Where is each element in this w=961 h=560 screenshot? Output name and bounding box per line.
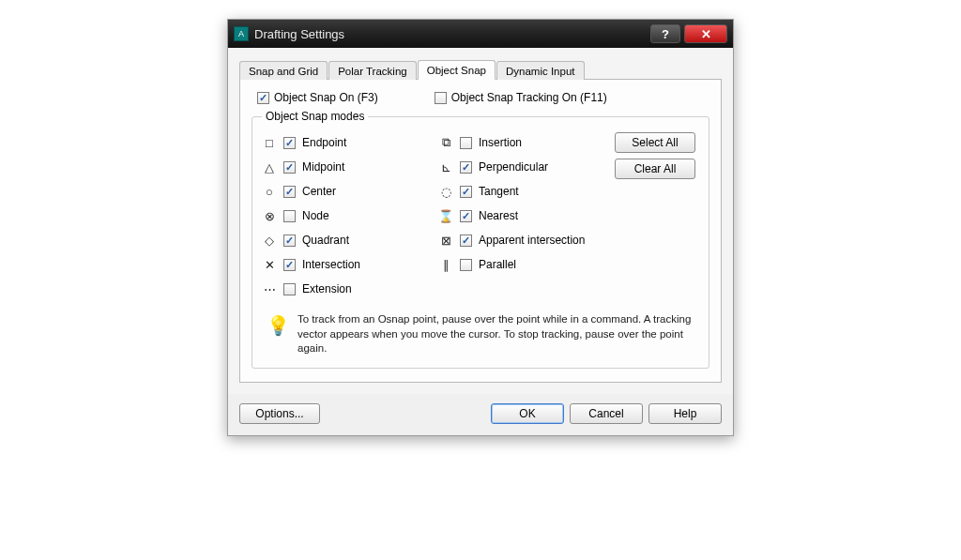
mode-label: Tangent — [479, 185, 519, 198]
mode-row: □Endpoint — [262, 130, 429, 155]
dialog-content: Snap and Grid Polar Tracking Object Snap… — [228, 48, 733, 394]
object-snap-on-label: Object Snap On (F3) — [274, 91, 378, 104]
quadrant-icon: ◇ — [262, 233, 277, 248]
mode-row: ◇Quadrant — [262, 228, 429, 252]
mode-label: Midpoint — [302, 160, 344, 174]
tracking-hint: 💡 To track from an Osnap point, pause ov… — [262, 312, 699, 356]
mode-label: Perpendicular — [479, 160, 548, 174]
options-button[interactable]: Options... — [239, 403, 320, 424]
tangent-icon: ◌ — [438, 184, 453, 199]
titlebar-help-button[interactable]: ? — [650, 24, 680, 43]
mode-row: ⊗Node — [262, 204, 429, 228]
lightbulb-icon: 💡 — [267, 312, 288, 339]
object-snap-tracking-label: Object Snap Tracking On (F11) — [451, 91, 607, 104]
mode-label: Insertion — [479, 136, 522, 149]
mode-checkbox[interactable] — [460, 137, 472, 149]
app-icon: A — [234, 26, 249, 41]
mode-checkbox[interactable] — [460, 186, 472, 198]
tab-object-snap[interactable]: Object Snap — [418, 60, 496, 80]
mode-checkbox[interactable] — [283, 259, 296, 271]
nearest-icon: ⌛ — [438, 208, 453, 223]
ok-button[interactable]: OK — [491, 403, 564, 424]
modes-left-column: □Endpoint△Midpoint○Center⊗Node◇Quadrant✕… — [262, 130, 429, 301]
parallel-icon: ∥ — [438, 257, 453, 272]
tab-polar-tracking[interactable]: Polar Tracking — [328, 61, 417, 80]
endpoint-icon: □ — [262, 135, 277, 150]
perpendicular-icon: ⊾ — [438, 159, 453, 174]
checkbox-icon — [435, 92, 447, 104]
mode-label: Node — [302, 209, 329, 222]
mode-label: Nearest — [479, 209, 518, 222]
titlebar: A Drafting Settings ? ✕ — [228, 20, 733, 48]
mode-row: ⊾Perpendicular — [438, 155, 605, 179]
mode-row: △Midpoint — [262, 155, 429, 179]
help-button[interactable]: Help — [648, 403, 722, 424]
titlebar-close-button[interactable]: ✕ — [684, 24, 727, 43]
mode-label: Intersection — [302, 258, 360, 271]
mode-checkbox[interactable] — [460, 235, 472, 247]
intersection-icon: ✕ — [262, 257, 277, 272]
mode-row: ∥Parallel — [438, 252, 605, 277]
mode-label: Endpoint — [302, 136, 346, 149]
mode-row: ⌛Nearest — [438, 204, 605, 228]
mode-checkbox[interactable] — [283, 235, 296, 247]
tab-snap-and-grid[interactable]: Snap and Grid — [239, 61, 328, 80]
dialog-button-bar: Options... OK Cancel Help — [228, 394, 733, 435]
object-snap-on-checkbox[interactable]: Object Snap On (F3) — [257, 91, 378, 104]
mode-checkbox[interactable] — [283, 161, 296, 174]
tab-dynamic-input[interactable]: Dynamic Input — [496, 61, 585, 80]
mode-checkbox[interactable] — [283, 210, 296, 222]
mode-checkbox[interactable] — [283, 186, 296, 198]
mode-label: Extension — [302, 282, 352, 295]
mode-checkbox[interactable] — [460, 210, 472, 222]
select-all-button[interactable]: Select All — [615, 132, 695, 153]
object-snap-tracking-checkbox[interactable]: Object Snap Tracking On (F11) — [435, 91, 607, 104]
extension-icon: ⋯ — [262, 281, 277, 296]
cancel-button[interactable]: Cancel — [570, 403, 643, 424]
drafting-settings-dialog: A Drafting Settings ? ✕ Snap and Grid Po… — [227, 19, 734, 436]
object-snap-panel: Object Snap On (F3) Object Snap Tracking… — [239, 80, 722, 383]
window-title: Drafting Settings — [254, 27, 344, 41]
mode-row: ✕Intersection — [262, 252, 429, 277]
mode-row: ○Center — [262, 179, 429, 204]
mode-label: Center — [302, 185, 336, 198]
modes-legend: Object Snap modes — [262, 110, 368, 123]
object-snap-modes-group: Object Snap modes □Endpoint△Midpoint○Cen… — [252, 110, 709, 369]
mode-label: Quadrant — [302, 234, 349, 247]
insertion-icon: ⧉ — [438, 135, 453, 150]
mode-checkbox[interactable] — [283, 283, 296, 295]
checkbox-icon — [257, 92, 269, 104]
node-icon: ⊗ — [262, 208, 277, 223]
mode-label: Parallel — [479, 258, 516, 271]
clear-all-button[interactable]: Clear All — [615, 159, 695, 179]
center-icon: ○ — [262, 184, 277, 199]
tab-strip: Snap and Grid Polar Tracking Object Snap… — [239, 57, 722, 80]
mode-checkbox[interactable] — [460, 259, 472, 271]
mode-row: ⧉Insertion — [438, 130, 605, 155]
mode-row: ⋯Extension — [262, 277, 429, 301]
modes-right-column: ⧉Insertion⊾Perpendicular◌Tangent⌛Nearest… — [438, 130, 605, 301]
mode-row: ◌Tangent — [438, 179, 605, 204]
mode-row: ⊠Apparent intersection — [438, 228, 605, 252]
apparent-intersection-icon: ⊠ — [438, 233, 453, 248]
mode-label: Apparent intersection — [479, 234, 585, 247]
mode-checkbox[interactable] — [283, 137, 296, 149]
hint-text: To track from an Osnap point, pause over… — [297, 312, 694, 356]
midpoint-icon: △ — [262, 159, 277, 174]
mode-checkbox[interactable] — [460, 161, 472, 174]
